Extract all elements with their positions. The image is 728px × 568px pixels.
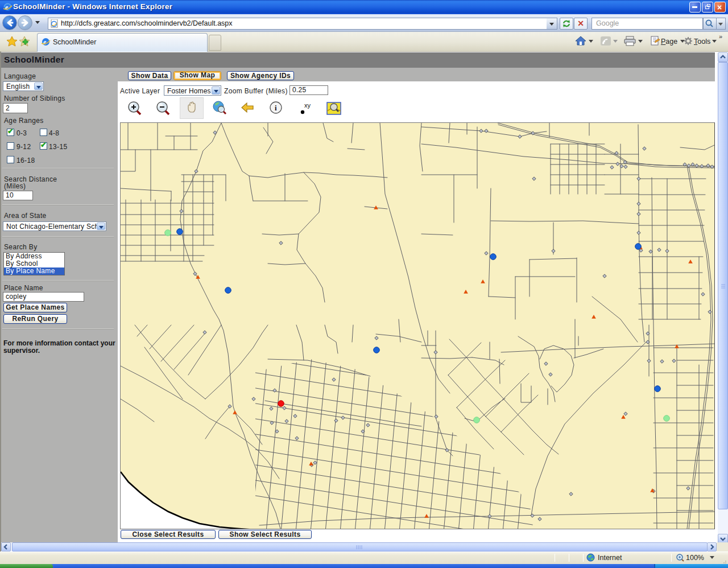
svg-text:xy: xy [304,102,311,109]
svg-text:i: i [275,104,277,112]
svg-text:e: e [5,3,9,11]
svg-text:e: e [43,38,47,46]
